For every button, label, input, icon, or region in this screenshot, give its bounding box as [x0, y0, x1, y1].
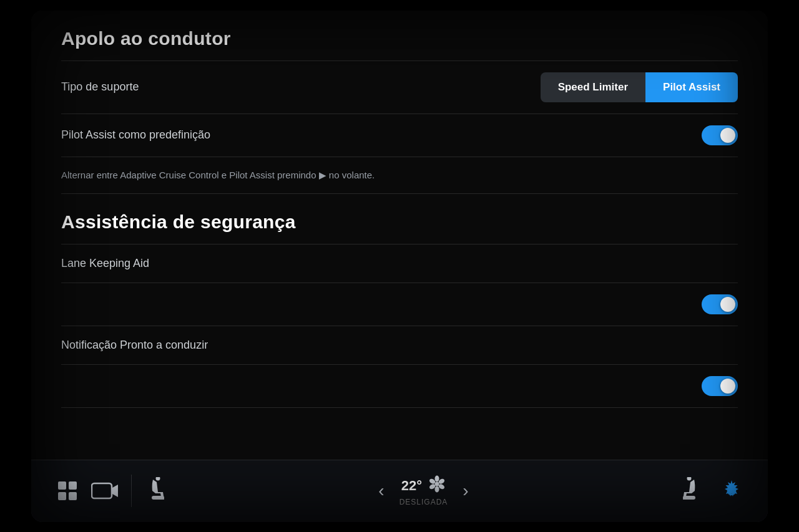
nav-back-arrow[interactable]: ‹ — [373, 476, 389, 506]
support-type-btn-group[interactable]: Speed Limiter Pilot Assist — [541, 72, 738, 102]
seat-left-icon[interactable] — [142, 475, 174, 507]
nav-fan-label: DESLIGADA — [400, 498, 448, 506]
pilot-assist-button[interactable]: Pilot Assist — [645, 72, 738, 102]
camera-icon[interactable] — [89, 475, 121, 507]
nav-climate-top: 22° — [401, 475, 446, 496]
nav-divider — [131, 475, 132, 507]
svg-rect-4 — [92, 483, 112, 498]
lane-keeping-row: Lane Keeping Aid — [61, 244, 738, 283]
notification-toggle-row — [61, 364, 738, 408]
notification-toggle[interactable] — [702, 376, 738, 396]
seat-right-icon[interactable] — [673, 475, 705, 507]
support-type-label: Tipo de suporte — [61, 79, 139, 95]
screen: Apolo ao condutor Tipo de suporte Speed … — [31, 11, 768, 522]
pilot-assist-default-label: Pilot Assist como predefinição — [61, 127, 210, 143]
svg-point-6 — [156, 477, 160, 481]
nav-temperature: 22° — [401, 478, 422, 494]
svg-point-8 — [435, 482, 439, 486]
nav-right-group — [673, 475, 748, 507]
notification-label: Notificação Pronto a conduzir — [61, 337, 208, 353]
svg-rect-2 — [58, 492, 66, 500]
adaptive-cruise-description: Alternar entre Adaptive Cruise Control e… — [61, 168, 375, 183]
notification-row: Notificação Pronto a conduzir — [61, 326, 738, 364]
nav-left-group — [51, 475, 174, 507]
security-title: Assistência de segurança — [61, 211, 738, 233]
pilot-assist-toggle[interactable] — [702, 125, 738, 145]
lane-keeping-toggle-row — [61, 283, 738, 326]
nav-center-group: ‹ 22° — [373, 475, 473, 506]
settings-icon[interactable] — [715, 475, 748, 507]
svg-rect-7 — [152, 496, 164, 500]
svg-point-12 — [435, 486, 439, 493]
svg-rect-16 — [683, 496, 695, 500]
speed-limiter-button[interactable]: Speed Limiter — [541, 72, 645, 102]
content-area: Apolo ao condutor Tipo de suporte Speed … — [31, 11, 768, 460]
home-icon[interactable] — [51, 475, 84, 507]
nav-forward-arrow[interactable]: › — [458, 476, 473, 506]
svg-rect-3 — [69, 492, 77, 500]
fan-icon[interactable] — [428, 475, 446, 496]
nav-bar: ‹ 22° — [31, 460, 768, 522]
svg-rect-1 — [69, 481, 77, 490]
svg-point-15 — [687, 477, 691, 481]
svg-marker-5 — [112, 485, 118, 497]
security-section: Assistência de segurança Lane Keeping Ai… — [61, 211, 738, 408]
adaptive-cruise-row: Alternar entre Adaptive Cruise Control e… — [61, 157, 738, 195]
svg-rect-0 — [58, 481, 66, 490]
lane-keeping-toggle[interactable] — [702, 294, 738, 314]
svg-point-9 — [435, 476, 439, 482]
support-type-row: Tipo de suporte Speed Limiter Pilot Assi… — [61, 60, 738, 114]
nav-climate: 22° DESLIGADA — [400, 475, 448, 506]
driver-assist-section: Apolo ao condutor Tipo de suporte Speed … — [61, 28, 738, 195]
lane-keeping-label: Lane Keeping Aid — [61, 256, 149, 271]
pilot-assist-default-row: Pilot Assist como predefinição — [61, 114, 738, 157]
driver-assist-title: Apolo ao condutor — [61, 28, 738, 49]
